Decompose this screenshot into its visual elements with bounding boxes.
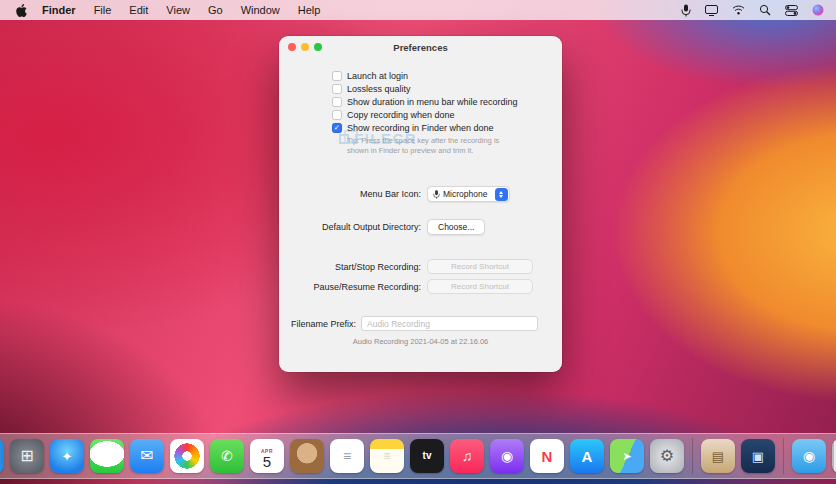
display-icon[interactable] [705, 5, 718, 16]
checkbox-label: Launch at login [347, 71, 408, 81]
dock-system-preferences-icon[interactable]: ⚙ [650, 439, 684, 473]
menu-item-file[interactable]: File [85, 4, 121, 16]
launchpad-glyph: ⊞ [20, 448, 33, 464]
audio-recorder-app-glyph: ◉ [803, 449, 815, 463]
close-button[interactable] [288, 43, 296, 51]
output-directory-label: Default Output Directory: [279, 222, 421, 232]
news-glyph: N [542, 449, 553, 464]
dock-tv-icon[interactable]: tv [410, 439, 444, 473]
filename-example-caption: Audio Recording 2021-04-05 at 22.16.06 [279, 337, 562, 346]
preferences-checkbox-group: Launch at loginLossless qualityShow dura… [279, 71, 562, 133]
choose-button[interactable]: Choose... [427, 219, 485, 235]
checkbox-lossless-quality[interactable] [332, 84, 342, 94]
pref-row-copy-recording-when-done[interactable]: Copy recording when done [332, 110, 562, 120]
dock-photos-icon[interactable] [170, 439, 204, 473]
menu-bar-icon-value: Microphone [443, 189, 487, 199]
menu-bar: FinderFileEditViewGoWindowHelp [0, 0, 836, 20]
notes-glyph: ≡ [383, 450, 390, 462]
pause-resume-shortcut-field[interactable]: Record Shortcut [427, 279, 533, 294]
menu-bar-icon-popup[interactable]: Microphone [427, 186, 510, 202]
checkbox-label: Show recording in Finder when done [347, 123, 494, 133]
filename-prefix-label: Filename Prefix: [291, 319, 356, 329]
menu-item-go[interactable]: Go [199, 4, 232, 16]
dock-facetime-icon[interactable]: ✆ [210, 439, 244, 473]
dock: ツ⊞✦✉✆APR5≡≡tv♫◉NA➤⚙▤▣◉ [0, 433, 836, 479]
mail-glyph: ✉ [140, 448, 153, 464]
checkbox-label: Lossless quality [347, 84, 411, 94]
menu-item-window[interactable]: Window [232, 4, 289, 16]
microphone-icon[interactable] [681, 4, 691, 17]
dock-messages-icon[interactable] [90, 439, 124, 473]
tip-text: Tip: Press the space key after the recor… [347, 136, 505, 156]
menu-item-finder[interactable]: Finder [33, 4, 85, 16]
tv-glyph: tv [423, 451, 432, 461]
dock-calendar-icon[interactable]: APR5 [250, 439, 284, 473]
dock-separator [783, 438, 784, 474]
dock-safari-icon[interactable]: ✦ [50, 439, 84, 473]
search-icon[interactable] [759, 4, 771, 16]
dock-contacts-icon[interactable] [290, 439, 324, 473]
zoom-button[interactable] [314, 43, 322, 51]
dock-podcasts-icon[interactable]: ◉ [490, 439, 524, 473]
pref-row-launch-at-login[interactable]: Launch at login [332, 71, 562, 81]
start-stop-shortcut-field[interactable]: Record Shortcut [427, 259, 533, 274]
dock-app-window-icon[interactable]: ▣ [741, 439, 775, 473]
dock-archive-utility-icon[interactable]: ▤ [701, 439, 735, 473]
wifi-icon[interactable] [732, 5, 745, 15]
dock-news-icon[interactable]: N [530, 439, 564, 473]
calendar-day: 5 [263, 454, 271, 469]
app-window-glyph: ▣ [752, 450, 764, 463]
facetime-glyph: ✆ [221, 449, 233, 463]
minimize-button[interactable] [301, 43, 309, 51]
microphone-small-icon [433, 185, 440, 203]
dock-mail-icon[interactable]: ✉ [130, 439, 164, 473]
dock-audio-recorder-app-icon[interactable]: ◉ [792, 439, 826, 473]
checkbox-label: Copy recording when done [347, 110, 455, 120]
menu-item-view[interactable]: View [157, 4, 199, 16]
dock-reminders-icon[interactable]: ≡ [330, 439, 364, 473]
pref-row-show-duration-in-menu-bar-while-recording[interactable]: Show duration in menu bar while recordin… [332, 97, 562, 107]
filename-prefix-input[interactable] [361, 316, 538, 331]
menu-bar-icon-label: Menu Bar Icon: [279, 189, 421, 199]
window-titlebar[interactable]: Preferences [279, 36, 562, 58]
dock-trash-icon[interactable] [832, 439, 836, 473]
menu-item-help[interactable]: Help [289, 4, 330, 16]
podcasts-glyph: ◉ [501, 449, 513, 463]
safari-glyph: ✦ [62, 450, 73, 463]
dock-notes-icon[interactable]: ≡ [370, 439, 404, 473]
archive-utility-glyph: ▤ [712, 450, 724, 463]
pause-resume-label: Pause/Resume Recording: [279, 282, 421, 292]
preferences-window: Preferences Launch at loginLossless qual… [279, 36, 562, 372]
menu-bar-status-area [681, 4, 824, 17]
dock-finder-icon[interactable]: ツ [0, 439, 4, 473]
music-glyph: ♫ [462, 449, 473, 463]
control-center-icon[interactable] [785, 5, 798, 16]
apple-menu-icon[interactable] [16, 4, 27, 17]
checkbox-launch-at-login[interactable] [332, 71, 342, 81]
checkbox-show-recording-in-finder-when-done[interactable]: ✓ [332, 123, 342, 133]
checkbox-copy-recording-when-done[interactable] [332, 110, 342, 120]
reminders-glyph: ≡ [343, 449, 351, 463]
dock-app-store-icon[interactable]: A [570, 439, 604, 473]
menu-item-edit[interactable]: Edit [120, 4, 157, 16]
dock-music-icon[interactable]: ♫ [450, 439, 484, 473]
pref-row-lossless-quality[interactable]: Lossless quality [332, 84, 562, 94]
dock-launchpad-icon[interactable]: ⊞ [10, 439, 44, 473]
dock-separator [692, 438, 693, 474]
checkbox-label: Show duration in menu bar while recordin… [347, 97, 518, 107]
pref-row-show-recording-in-finder-when-done[interactable]: ✓Show recording in Finder when done [332, 123, 562, 133]
dock-maps-icon[interactable]: ➤ [610, 439, 644, 473]
maps-glyph: ➤ [622, 451, 631, 462]
start-stop-label: Start/Stop Recording: [279, 262, 421, 272]
app-store-glyph: A [582, 449, 593, 464]
popup-stepper-icon [495, 188, 508, 201]
siri-icon[interactable] [812, 4, 824, 16]
system-preferences-glyph: ⚙ [660, 448, 674, 464]
checkbox-show-duration-in-menu-bar-while-recording[interactable] [332, 97, 342, 107]
